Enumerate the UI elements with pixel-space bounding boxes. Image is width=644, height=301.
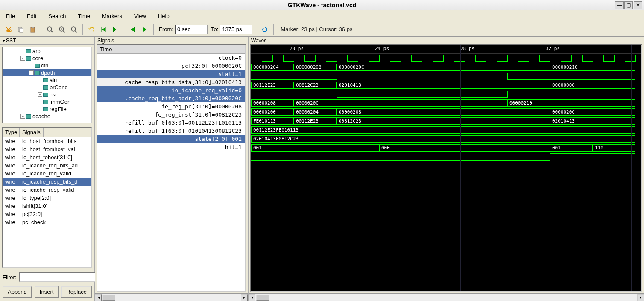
menu-markers[interactable]: Markers [100,11,125,21]
tree-node-alu[interactable]: alu [3,76,91,84]
wave-row[interactable] [251,152,641,161]
tree-label: immGen [50,99,70,105]
sst-header[interactable]: SST [0,37,94,45]
wave-row[interactable]: 00112E2300812C230201041300000000 [251,81,641,90]
signal-row[interactable]: wireio_host_fromhost_bits [3,137,91,145]
wave-value: 00000210 [507,99,635,107]
tree-node-core[interactable]: -core [3,55,91,62]
hierarchy-tree[interactable]: arb-corectrl-dpathalubrCond+csrimmGen+re… [2,47,92,123]
wave-value: 0201041300812C23 [251,135,635,143]
signals-hscroll[interactable]: ◂ ▸ [95,293,248,301]
menu-view[interactable]: View [132,11,149,21]
signal-entry[interactable]: fe_reg_pc[31:0]=00000208 [97,102,245,111]
insert-button[interactable]: Insert [35,286,59,298]
signal-row[interactable]: wireio_icache_resp_bits_d [3,178,91,186]
wave-row[interactable]: 00112E23FE010113 [251,126,641,134]
wave-row[interactable]: 0000020000000204000002080000020C [251,108,641,117]
waves-hscroll[interactable]: ◂ ▸ [249,293,644,301]
wave-row[interactable]: 0201041300812C23 [251,134,641,143]
signal-entry[interactable]: pc[32:0]=00000020C [97,62,245,70]
signal-entry[interactable]: clock=0 [97,54,245,62]
append-button[interactable]: Append [3,286,32,298]
tree-node-immGen[interactable]: immGen [3,98,91,105]
tree-node-brCond[interactable]: brCond [3,84,91,91]
tree-node-csr[interactable]: +csr [3,91,91,98]
tree-expand-icon[interactable]: - [20,56,25,61]
paste-icon[interactable] [27,24,38,35]
undo-icon[interactable] [86,24,97,35]
tree-expand-icon[interactable]: + [20,114,25,119]
signal-entry[interactable]: stall=1 [97,70,245,78]
from-input[interactable] [175,25,208,34]
scroll-left-icon[interactable]: ◂ [249,294,255,301]
reload-icon[interactable] [260,24,270,35]
menu-time[interactable]: Time [76,11,93,21]
tree-node-ctrl[interactable]: ctrl [3,62,91,69]
wave-row[interactable] [251,90,641,99]
zoom-fit-icon[interactable] [45,24,55,35]
tree-label: core [32,55,43,61]
wave-value: 00000208 [251,99,294,107]
menu-edit[interactable]: Edit [24,11,39,21]
minimize-button[interactable]: — [615,1,624,9]
tree-expand-icon[interactable]: + [38,92,42,97]
zoom-out-icon[interactable] [69,24,79,35]
scroll-left-icon[interactable]: ◂ [95,294,102,301]
scroll-right-icon[interactable]: ▸ [637,294,644,301]
tree-node-dcache[interactable]: +dcache [3,113,91,120]
signal-entry[interactable]: io_icache_req_valid=0 [97,86,245,94]
signal-row[interactable]: wireio_host_fromhost_val [3,145,91,153]
go-last-icon[interactable] [110,24,120,35]
wave-row[interactable] [251,54,641,63]
signal-entry[interactable]: fe_reg_inst[31:0]=00812C23 [97,111,245,119]
wave-row[interactable]: 001000001110 [251,143,641,152]
cut-icon[interactable] [3,24,14,35]
wave-row[interactable]: 000002080000020C00000210 [251,99,641,108]
tree-label: alu [50,77,57,83]
signal-row[interactable]: wireio_icache_resp_valid [3,186,91,194]
signal-entry[interactable]: refill_buf_0[63:0]=00112E23FE010113 [97,119,245,127]
wave-row[interactable]: FE01011300112E2300812C2302010413 [251,117,641,126]
signal-row[interactable]: wireio_icache_req_bits_ad [3,161,91,169]
copy-icon[interactable] [15,24,26,35]
signal-row[interactable]: wirepc[32:0] [3,210,91,218]
wave-value: 00812C23 [294,82,337,89]
signal-entry[interactable]: hit=1 [97,143,245,151]
col-name-header[interactable]: Signals [20,128,44,137]
menu-search[interactable]: Search [46,11,68,21]
signal-row[interactable]: wirelshift[31:0] [3,202,91,210]
replace-button[interactable]: Replace [61,286,92,298]
signal-entry[interactable]: refill_buf_1[63:0]=0201041300812C23 [97,127,245,135]
to-input[interactable] [220,25,252,34]
tree-node-arb[interactable]: arb [3,47,91,55]
marker-line[interactable] [359,45,359,291]
next-edge-icon[interactable] [140,24,150,35]
signal-entry[interactable]: cache_resp_bits_data[31:0]=02010413 [97,78,245,86]
zoom-in-icon[interactable] [57,24,67,35]
tree-expand-icon[interactable]: + [38,107,42,111]
signal-row[interactable]: wireio_icache_req_valid [3,169,91,178]
prev-edge-icon[interactable] [128,24,138,35]
signal-row[interactable]: wireld_type[2:0] [3,194,91,202]
signal-row[interactable]: wirepc_check [3,218,91,226]
menu-file[interactable]: File [3,11,18,21]
signal-list[interactable]: Type Signals wireio_host_fromhost_bitswi… [2,127,92,268]
waves-canvas[interactable]: 20 ps24 ps28 ps32 ps 0000002040000002080… [250,44,642,292]
filter-input[interactable] [19,272,97,282]
tree-node-dpath[interactable]: -dpath [3,69,91,76]
go-first-icon[interactable] [98,24,108,35]
close-button[interactable]: ✕ [634,1,642,9]
wave-row[interactable]: 00000020400000020800000020C000000210 [251,63,641,72]
module-icon [26,114,31,119]
menu-help[interactable]: Help [155,11,172,21]
maximize-button[interactable]: ▢ [624,1,633,9]
tree-expand-icon[interactable]: - [29,70,34,75]
signal-entry[interactable]: state[2:0]=001 [97,135,245,143]
wave-row[interactable] [251,72,641,81]
wave-value: 001 [251,144,379,152]
scroll-right-icon[interactable]: ▸ [241,294,248,301]
signal-entry[interactable]: .cache_req_bits_addr[31:0]=0000020C [97,94,245,102]
signal-row[interactable]: wireio_host_tohost[31:0] [3,153,91,161]
col-type-header[interactable]: Type [3,128,20,137]
tree-node-regFile[interactable]: +regFile [3,105,91,113]
